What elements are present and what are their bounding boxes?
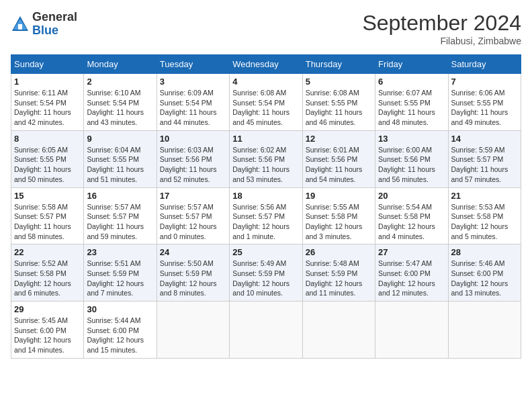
day-number: 26 bbox=[306, 247, 372, 257]
day-number: 5 bbox=[306, 77, 372, 87]
day-info: Sunrise: 5:57 AM Sunset: 5:57 PM Dayligh… bbox=[87, 202, 153, 242]
column-header-wednesday: Wednesday bbox=[230, 55, 302, 74]
calendar-cell: 25Sunrise: 5:49 AM Sunset: 5:59 PM Dayli… bbox=[230, 244, 302, 302]
day-info: Sunrise: 5:54 AM Sunset: 5:58 PM Dayligh… bbox=[378, 202, 445, 242]
calendar-cell bbox=[302, 302, 375, 359]
day-info: Sunrise: 5:59 AM Sunset: 5:57 PM Dayligh… bbox=[451, 145, 518, 185]
day-number: 2 bbox=[87, 77, 153, 87]
calendar-cell: 5Sunrise: 6:08 AM Sunset: 5:55 PM Daylig… bbox=[302, 74, 375, 131]
calendar-cell: 4Sunrise: 6:08 AM Sunset: 5:54 PM Daylig… bbox=[230, 74, 302, 131]
logo: General Blue bbox=[11, 11, 77, 38]
calendar-cell: 12Sunrise: 6:01 AM Sunset: 5:56 PM Dayli… bbox=[302, 130, 375, 187]
calendar-cell: 1Sunrise: 6:11 AM Sunset: 5:54 PM Daylig… bbox=[11, 74, 84, 131]
column-header-saturday: Saturday bbox=[448, 55, 521, 74]
day-number: 9 bbox=[87, 134, 153, 144]
day-info: Sunrise: 5:57 AM Sunset: 5:57 PM Dayligh… bbox=[160, 202, 226, 242]
calendar-week-2: 8Sunrise: 6:05 AM Sunset: 5:55 PM Daylig… bbox=[11, 130, 521, 187]
day-info: Sunrise: 5:56 AM Sunset: 5:57 PM Dayligh… bbox=[232, 202, 299, 242]
calendar-table: SundayMondayTuesdayWednesdayThursdayFrid… bbox=[11, 54, 521, 359]
day-info: Sunrise: 6:05 AM Sunset: 5:55 PM Dayligh… bbox=[14, 145, 81, 185]
calendar-cell: 3Sunrise: 6:09 AM Sunset: 5:54 PM Daylig… bbox=[157, 74, 229, 131]
day-number: 19 bbox=[306, 191, 372, 201]
day-info: Sunrise: 6:08 AM Sunset: 5:54 PM Dayligh… bbox=[232, 88, 299, 128]
calendar-cell: 23Sunrise: 5:51 AM Sunset: 5:59 PM Dayli… bbox=[84, 244, 157, 302]
calendar-cell: 7Sunrise: 6:06 AM Sunset: 5:55 PM Daylig… bbox=[448, 74, 521, 131]
calendar-cell bbox=[375, 302, 448, 359]
title-block: September 2024 Filabusi, Zimbabwe bbox=[362, 11, 521, 46]
day-number: 30 bbox=[87, 304, 153, 314]
column-header-monday: Monday bbox=[84, 55, 157, 74]
day-info: Sunrise: 5:50 AM Sunset: 5:59 PM Dayligh… bbox=[160, 259, 226, 298]
day-info: Sunrise: 6:01 AM Sunset: 5:56 PM Dayligh… bbox=[306, 145, 372, 185]
calendar-cell: 16Sunrise: 5:57 AM Sunset: 5:57 PM Dayli… bbox=[84, 187, 157, 244]
day-info: Sunrise: 6:07 AM Sunset: 5:55 PM Dayligh… bbox=[378, 88, 445, 128]
day-number: 3 bbox=[160, 77, 226, 87]
day-info: Sunrise: 5:48 AM Sunset: 5:59 PM Dayligh… bbox=[306, 259, 372, 298]
calendar-cell: 29Sunrise: 5:45 AM Sunset: 6:00 PM Dayli… bbox=[11, 302, 84, 359]
svg-rect-2 bbox=[18, 24, 22, 30]
calendar-cell: 15Sunrise: 5:58 AM Sunset: 5:57 PM Dayli… bbox=[11, 187, 84, 244]
day-info: Sunrise: 5:46 AM Sunset: 6:00 PM Dayligh… bbox=[451, 259, 518, 298]
day-number: 29 bbox=[14, 304, 81, 314]
day-info: Sunrise: 6:09 AM Sunset: 5:54 PM Dayligh… bbox=[160, 88, 226, 128]
day-info: Sunrise: 5:47 AM Sunset: 6:00 PM Dayligh… bbox=[378, 259, 445, 298]
calendar-header-row: SundayMondayTuesdayWednesdayThursdayFrid… bbox=[11, 55, 521, 74]
day-info: Sunrise: 5:55 AM Sunset: 5:58 PM Dayligh… bbox=[306, 202, 372, 242]
calendar-cell: 14Sunrise: 5:59 AM Sunset: 5:57 PM Dayli… bbox=[448, 130, 521, 187]
calendar-cell: 30Sunrise: 5:44 AM Sunset: 6:00 PM Dayli… bbox=[84, 302, 157, 359]
day-number: 6 bbox=[378, 77, 445, 87]
calendar-cell: 27Sunrise: 5:47 AM Sunset: 6:00 PM Dayli… bbox=[375, 244, 448, 302]
calendar-cell: 11Sunrise: 6:02 AM Sunset: 5:56 PM Dayli… bbox=[230, 130, 302, 187]
day-number: 10 bbox=[160, 134, 226, 144]
day-number: 24 bbox=[160, 247, 226, 257]
calendar-cell: 19Sunrise: 5:55 AM Sunset: 5:58 PM Dayli… bbox=[302, 187, 375, 244]
day-info: Sunrise: 6:00 AM Sunset: 5:56 PM Dayligh… bbox=[378, 145, 445, 185]
calendar-cell: 2Sunrise: 6:10 AM Sunset: 5:54 PM Daylig… bbox=[84, 74, 157, 131]
calendar-cell bbox=[157, 302, 229, 359]
day-info: Sunrise: 5:58 AM Sunset: 5:57 PM Dayligh… bbox=[14, 202, 81, 242]
calendar-cell: 20Sunrise: 5:54 AM Sunset: 5:58 PM Dayli… bbox=[375, 187, 448, 244]
day-number: 20 bbox=[378, 191, 445, 201]
day-number: 25 bbox=[232, 247, 299, 257]
day-number: 28 bbox=[451, 247, 518, 257]
day-info: Sunrise: 6:03 AM Sunset: 5:56 PM Dayligh… bbox=[160, 145, 226, 185]
calendar-week-1: 1Sunrise: 6:11 AM Sunset: 5:54 PM Daylig… bbox=[11, 74, 521, 131]
day-info: Sunrise: 6:11 AM Sunset: 5:54 PM Dayligh… bbox=[14, 88, 81, 128]
day-number: 4 bbox=[232, 77, 299, 87]
calendar-cell: 10Sunrise: 6:03 AM Sunset: 5:56 PM Dayli… bbox=[157, 130, 229, 187]
calendar-week-5: 29Sunrise: 5:45 AM Sunset: 6:00 PM Dayli… bbox=[11, 302, 521, 359]
location: Filabusi, Zimbabwe bbox=[362, 36, 521, 46]
day-info: Sunrise: 5:49 AM Sunset: 5:59 PM Dayligh… bbox=[232, 259, 299, 298]
day-info: Sunrise: 5:45 AM Sunset: 6:00 PM Dayligh… bbox=[14, 316, 81, 355]
calendar-body: 1Sunrise: 6:11 AM Sunset: 5:54 PM Daylig… bbox=[11, 74, 521, 359]
calendar-cell: 24Sunrise: 5:50 AM Sunset: 5:59 PM Dayli… bbox=[157, 244, 229, 302]
day-number: 22 bbox=[14, 247, 81, 257]
calendar-cell: 26Sunrise: 5:48 AM Sunset: 5:59 PM Dayli… bbox=[302, 244, 375, 302]
day-info: Sunrise: 6:02 AM Sunset: 5:56 PM Dayligh… bbox=[232, 145, 299, 185]
calendar-cell: 28Sunrise: 5:46 AM Sunset: 6:00 PM Dayli… bbox=[448, 244, 521, 302]
page-header: General Blue September 2024 Filabusi, Zi… bbox=[11, 11, 521, 46]
day-number: 1 bbox=[14, 77, 81, 87]
day-info: Sunrise: 6:10 AM Sunset: 5:54 PM Dayligh… bbox=[87, 88, 153, 128]
day-info: Sunrise: 5:53 AM Sunset: 5:58 PM Dayligh… bbox=[451, 202, 518, 242]
calendar-cell: 6Sunrise: 6:07 AM Sunset: 5:55 PM Daylig… bbox=[375, 74, 448, 131]
day-number: 27 bbox=[378, 247, 445, 257]
day-info: Sunrise: 5:51 AM Sunset: 5:59 PM Dayligh… bbox=[87, 259, 153, 298]
calendar-cell bbox=[448, 302, 521, 359]
logo-icon bbox=[11, 15, 30, 34]
calendar-cell: 21Sunrise: 5:53 AM Sunset: 5:58 PM Dayli… bbox=[448, 187, 521, 244]
calendar-cell: 18Sunrise: 5:56 AM Sunset: 5:57 PM Dayli… bbox=[230, 187, 302, 244]
day-number: 13 bbox=[378, 134, 445, 144]
day-number: 23 bbox=[87, 247, 153, 257]
calendar-cell: 17Sunrise: 5:57 AM Sunset: 5:57 PM Dayli… bbox=[157, 187, 229, 244]
day-number: 16 bbox=[87, 191, 153, 201]
day-number: 12 bbox=[306, 134, 372, 144]
calendar-week-4: 22Sunrise: 5:52 AM Sunset: 5:58 PM Dayli… bbox=[11, 244, 521, 302]
day-number: 17 bbox=[160, 191, 226, 201]
calendar-cell: 8Sunrise: 6:05 AM Sunset: 5:55 PM Daylig… bbox=[11, 130, 84, 187]
column-header-tuesday: Tuesday bbox=[157, 55, 229, 74]
day-number: 8 bbox=[14, 134, 81, 144]
day-number: 7 bbox=[451, 77, 518, 87]
day-number: 14 bbox=[451, 134, 518, 144]
logo-text: General Blue bbox=[32, 11, 77, 38]
